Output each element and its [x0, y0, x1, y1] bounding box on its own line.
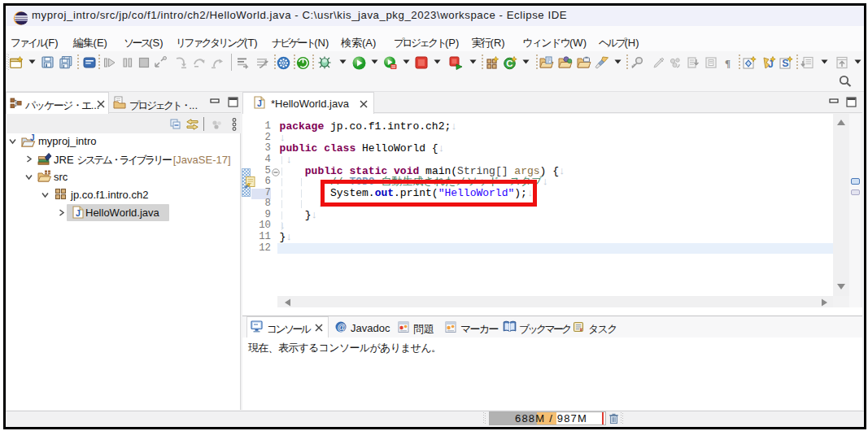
- svg-text:¶: ¶: [725, 57, 731, 68]
- svg-text:S: S: [782, 58, 788, 69]
- svg-text:C: C: [506, 59, 513, 68]
- svg-text:J: J: [30, 134, 35, 142]
- svg-text:@: @: [338, 322, 347, 332]
- svg-text:J: J: [76, 208, 81, 218]
- svg-text:J: J: [257, 98, 262, 108]
